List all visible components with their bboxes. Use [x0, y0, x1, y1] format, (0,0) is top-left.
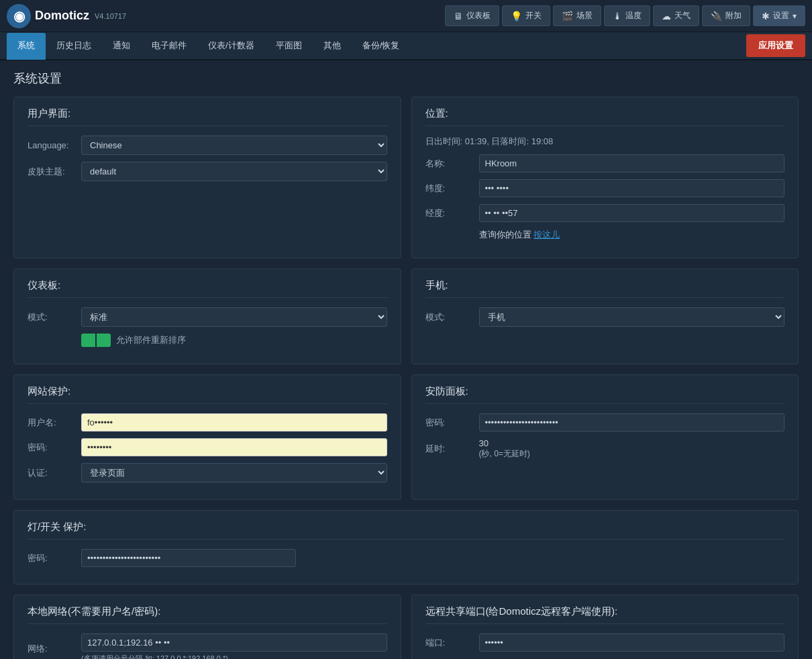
website-protect-section: 网站保护: 用户名: 密码: 认证: 登录页面	[13, 374, 401, 500]
ui-title: 用户界面:	[28, 107, 387, 126]
top-navigation: ◉ Domoticz V4.10717 🖥 仪表板 💡 开关 🎬 场景 🌡 温度…	[0, 0, 812, 32]
mobile-title: 手机:	[425, 279, 785, 298]
wp-password-label: 密码:	[28, 442, 81, 454]
toggle-off	[97, 334, 111, 347]
sp-delay-note: (秒, 0=无延时)	[479, 448, 530, 460]
logo-area: ◉ Domoticz V4.10717	[7, 4, 126, 28]
ln-network-label: 网络:	[28, 643, 81, 655]
longitude-label: 经度:	[425, 207, 479, 219]
security-panel-section: 安防面板: 密码: 延时: 30 (秒, 0=无延时)	[411, 374, 799, 500]
nav-switches[interactable]: 💡 开关	[502, 5, 550, 26]
dashboard-section: 仪表板: 模式: 标准 允许部件重新排序	[13, 268, 401, 364]
nav-settings[interactable]: ✱ 设置 ▾	[753, 5, 805, 26]
remote-port-input[interactable]	[479, 633, 785, 652]
theme-label: 皮肤主题:	[28, 166, 81, 178]
wp-auth-select[interactable]: 登录页面	[81, 463, 387, 483]
remote-port-label: 端口:	[425, 637, 479, 649]
light-protect-title: 灯/开关 保护:	[28, 521, 784, 540]
tab-notify[interactable]: 通知	[102, 33, 141, 60]
wp-password-input[interactable]	[81, 438, 387, 456]
wp-auth-label: 认证:	[28, 467, 81, 479]
mobile-mode-row: 模式: 手机	[425, 307, 785, 327]
dashboard-mode-row: 模式: 标准	[28, 307, 387, 327]
remote-port-row: 端口:	[425, 633, 785, 652]
wp-password-row: 密码:	[28, 438, 387, 456]
tab-meter[interactable]: 仪表/计数器	[197, 33, 265, 60]
apply-settings-button[interactable]: 应用设置	[746, 34, 805, 57]
temperature-icon: 🌡	[613, 11, 622, 21]
latitude-input[interactable]	[479, 179, 785, 197]
location-name-row: 名称:	[425, 154, 785, 172]
location-name-label: 名称:	[425, 158, 479, 170]
lp-password-row: 密码:	[28, 549, 784, 567]
tab-backup[interactable]: 备份/恢复	[352, 33, 411, 60]
language-row: Language: Chinese	[28, 136, 387, 155]
nav-extra[interactable]: 🔌 附加	[702, 5, 750, 26]
dashboard-title: 仪表板:	[28, 279, 387, 298]
switches-icon: 💡	[511, 11, 522, 21]
row3-grid: 网站保护: 用户名: 密码: 认证: 登录页面 安防面板: 密码:	[13, 374, 799, 500]
longitude-input[interactable]	[479, 204, 785, 222]
ln-network-note: (多项请用分号分隔,如: 127.0.0.*;192.168.0.*)	[81, 654, 387, 659]
sp-delay-value: 30	[479, 438, 530, 448]
light-protect-section: 灯/开关 保护: 密码:	[13, 510, 799, 585]
language-select[interactable]: Chinese	[81, 136, 387, 155]
nav-dashboard[interactable]: 🖥 仪表板	[445, 5, 499, 26]
scenes-icon: 🎬	[562, 11, 573, 21]
app-name: Domoticz	[35, 9, 89, 23]
lookup-text: 查询你的位置	[479, 229, 531, 241]
location-section: 位置: 日出时间: 01:39, 日落时间: 19:08 名称: 纬度: 经度:…	[411, 97, 799, 258]
tab-history[interactable]: 历史日志	[46, 33, 102, 60]
ui-section: 用户界面: Language: Chinese 皮肤主题: default	[13, 97, 401, 258]
toggle-on	[81, 334, 95, 347]
sp-password-input[interactable]	[479, 413, 785, 432]
lp-password-input[interactable]	[81, 549, 296, 567]
nav-weather[interactable]: ☁ 天气	[653, 5, 699, 26]
wp-username-input[interactable]	[81, 413, 387, 432]
lookup-row: 查询你的位置 按这儿	[425, 229, 785, 241]
tab-system[interactable]: 系统	[7, 33, 46, 60]
local-network-section: 本地网络(不需要用户名/密码): 网络: (多项请用分号分隔,如: 127.0.…	[13, 595, 401, 659]
theme-select[interactable]: default	[81, 162, 387, 181]
dashboard-icon: 🖥	[454, 11, 463, 21]
website-protect-title: 网站保护:	[28, 385, 387, 404]
reorder-label: 允许部件重新排序	[116, 334, 186, 346]
extra-icon: 🔌	[711, 11, 722, 21]
wp-username-row: 用户名:	[28, 413, 387, 432]
page-title: 系统设置	[13, 70, 799, 87]
language-label: Language:	[28, 140, 81, 150]
nav-temperature[interactable]: 🌡 温度	[604, 5, 650, 26]
mobile-mode-label: 模式:	[425, 311, 479, 323]
tab-email[interactable]: 电子邮件	[141, 33, 197, 60]
row2-grid: 仪表板: 模式: 标准 允许部件重新排序 手机: 模式: 手机	[13, 268, 799, 364]
dashboard-mode-select[interactable]: 标准	[81, 307, 387, 327]
theme-row: 皮肤主题: default	[28, 162, 387, 181]
sp-password-row: 密码:	[425, 413, 785, 432]
tab-other[interactable]: 其他	[313, 33, 352, 60]
lookup-link[interactable]: 按这儿	[534, 229, 560, 241]
mobile-mode-select[interactable]: 手机	[479, 307, 785, 327]
main-content: 系统设置 用户界面: Language: Chinese 皮肤主题: defau…	[0, 60, 812, 659]
nav-scenes[interactable]: 🎬 场景	[553, 5, 601, 26]
app-version: V4.10717	[95, 12, 126, 20]
reorder-toggle[interactable]	[81, 334, 111, 347]
remote-section: 远程共享端口(给Domoticz远程客户端使用): 端口:	[411, 595, 799, 659]
sub-navigation: 系统 历史日志 通知 电子邮件 仪表/计数器 平面图 其他 备份/恢复 应用设置	[0, 32, 812, 60]
lp-password-label: 密码:	[28, 552, 81, 564]
remote-title: 远程共享端口(给Domoticz远程客户端使用):	[425, 605, 785, 624]
sp-delay-row: 延时: 30 (秒, 0=无延时)	[425, 438, 785, 460]
latitude-row: 纬度:	[425, 179, 785, 197]
logo-icon: ◉	[7, 4, 31, 28]
mobile-section: 手机: 模式: 手机	[411, 268, 799, 364]
sp-password-label: 密码:	[425, 417, 479, 429]
reorder-toggle-container: 允许部件重新排序	[81, 334, 387, 347]
longitude-row: 经度:	[425, 204, 785, 222]
ln-network-input[interactable]	[81, 633, 387, 652]
wp-username-label: 用户名:	[28, 417, 81, 429]
top-nav-buttons: 🖥 仪表板 💡 开关 🎬 场景 🌡 温度 ☁ 天气 🔌 附加 ✱ 设置 ▾	[445, 5, 805, 26]
row5-grid: 本地网络(不需要用户名/密码): 网络: (多项请用分号分隔,如: 127.0.…	[13, 595, 799, 659]
security-panel-title: 安防面板:	[425, 385, 785, 404]
location-name-input[interactable]	[479, 154, 785, 172]
tab-map[interactable]: 平面图	[265, 33, 313, 60]
local-network-title: 本地网络(不需要用户名/密码):	[28, 605, 387, 624]
